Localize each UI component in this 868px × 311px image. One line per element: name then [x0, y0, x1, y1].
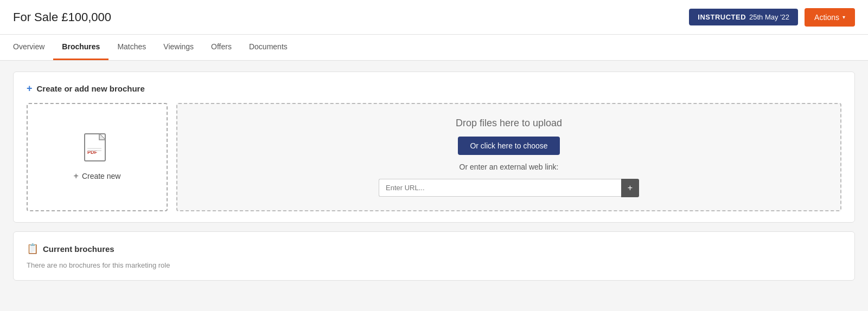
url-input[interactable] [379, 179, 621, 197]
upload-card: + Create or add new brochure PDF + Creat… [13, 72, 855, 223]
or-link-text: Or enter an external web link: [459, 163, 559, 171]
plus-icon: + [27, 83, 33, 94]
create-new-box[interactable]: PDF + Create new [27, 103, 168, 211]
instructed-label: INSTRUCTED [698, 13, 746, 21]
tab-overview[interactable]: Overview [13, 35, 53, 60]
url-row: + [379, 179, 639, 197]
upload-section: PDF + Create new Drop files here to uplo… [27, 103, 841, 211]
top-bar-right: INSTRUCTED 25th May '22 Actions ▾ [689, 8, 855, 27]
url-add-button[interactable]: + [621, 179, 639, 197]
top-bar: For Sale £100,000 INSTRUCTED 25th May '2… [0, 0, 868, 35]
create-plus-icon: + [74, 171, 79, 181]
pdf-file-icon: PDF [84, 133, 110, 165]
chevron-down-icon: ▾ [843, 14, 845, 20]
nav-tabs: Overview Brochures Matches Viewings Offe… [0, 35, 868, 61]
tab-viewings[interactable]: Viewings [155, 35, 202, 60]
tab-brochures[interactable]: Brochures [53, 35, 108, 60]
book-icon: 📋 [27, 243, 39, 255]
current-brochures-header: 📋 Current brochures [27, 243, 841, 255]
tab-offers[interactable]: Offers [202, 35, 240, 60]
page-title: For Sale £100,000 [13, 10, 111, 24]
current-brochures-card: 📋 Current brochures There are no brochur… [13, 231, 855, 281]
drop-zone[interactable]: Drop files here to upload Or click here … [176, 103, 841, 211]
choose-button[interactable]: Or click here to choose [458, 137, 559, 155]
actions-label: Actions [814, 13, 839, 22]
tab-documents[interactable]: Documents [240, 35, 296, 60]
main-content: + Create or add new brochure PDF + Creat… [0, 61, 868, 291]
upload-card-header: + Create or add new brochure [27, 83, 841, 94]
drop-text: Drop files here to upload [456, 118, 562, 129]
tab-matches[interactable]: Matches [108, 35, 155, 60]
current-brochures-label: Current brochures [43, 244, 114, 254]
upload-header-label: Create or add new brochure [37, 84, 145, 93]
no-brochures-text: There are no brochures for this marketin… [27, 261, 841, 269]
actions-button[interactable]: Actions ▾ [805, 8, 855, 27]
instructed-date: 25th May '22 [749, 13, 789, 21]
create-new-text: Create new [82, 172, 121, 180]
instructed-badge: INSTRUCTED 25th May '22 [689, 9, 798, 25]
create-new-label: + Create new [74, 171, 121, 181]
